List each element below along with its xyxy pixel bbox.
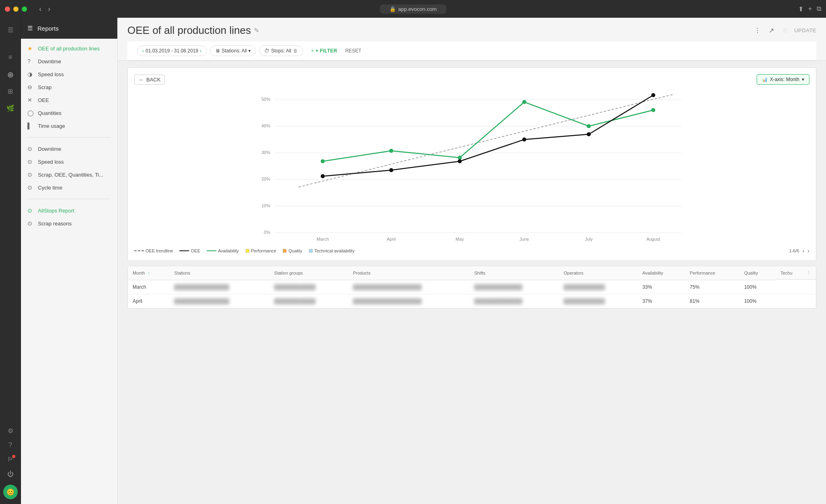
cylinder-icon-3: ⊙ — [27, 171, 34, 178]
smiley-icon[interactable]: 😊 — [3, 485, 18, 499]
legend-availability: Availability — [207, 248, 239, 253]
sidebar-item-speedloss1[interactable]: ◑ Speed loss — [21, 68, 117, 81]
sidebar-item-allstops[interactable]: ⊙ AllStops Report — [21, 204, 117, 217]
sidebar-divider-1 — [27, 137, 111, 137]
stops-filter[interactable]: ⏱ Stops: All 🗑 — [259, 46, 303, 56]
legend-oee: OEE — [179, 248, 200, 253]
col-availability: Availability — [638, 266, 685, 280]
stations-filter[interactable]: 🖥 Stations: All ▾ — [210, 46, 256, 56]
nav-forward-btn[interactable]: › — [46, 4, 53, 14]
flag-icon[interactable]: 🏳 — [3, 452, 18, 467]
sidebar-item-oee[interactable]: ✕ OEE — [21, 94, 117, 106]
sidebar-item-timeusage[interactable]: ▌ Time usage — [21, 119, 117, 132]
sidebar-item-speedloss2[interactable]: ⊙ Speed loss — [21, 155, 117, 168]
chart-area: 50% 40% 30% 20% 10% 0% March April — [134, 90, 809, 244]
svg-text:40%: 40% — [261, 123, 270, 128]
cell-availability-march: 33% — [638, 280, 685, 294]
cell-products-april: ████████████████████ — [348, 294, 470, 308]
chart-legend: OEE trendline OEE Availability Performan… — [134, 248, 809, 254]
legend-performance: Performance — [246, 248, 277, 253]
cell-operators-march: ████████████ — [559, 280, 637, 294]
power-icon[interactable]: ⏻ — [3, 467, 18, 481]
share-page-icon[interactable]: ↗ — [767, 25, 776, 36]
col-stations: Stations — [169, 266, 269, 280]
col-month[interactable]: Month ↑ — [128, 266, 169, 280]
trash-icon[interactable]: 🗑 — [293, 48, 298, 54]
xaxis-icon: 📊 — [762, 77, 768, 82]
help-icon[interactable]: ? — [3, 438, 18, 452]
sidebar-item-cycletime[interactable]: ⊙ Cycle time — [21, 181, 117, 194]
cylinder-icon-4: ⊙ — [27, 184, 34, 191]
svg-point-22 — [522, 100, 526, 104]
svg-text:20%: 20% — [261, 177, 270, 181]
page-title-actions: ⋮ ↗ ☆ UPDATE — [753, 25, 816, 36]
menu-icon[interactable]: ☰ — [3, 23, 18, 37]
cell-products-march: ████████████████████ — [348, 280, 470, 294]
back-arrow-icon: ← — [139, 77, 144, 83]
sidebar-item-downtime1[interactable]: ? Downtime — [21, 55, 117, 68]
date-range-filter[interactable]: ‹ 01.03.2019 - 31.08.2019 › — [137, 46, 207, 56]
add-filter-button[interactable]: + + FILTER — [306, 46, 342, 56]
back-button[interactable]: ← BACK — [134, 75, 165, 85]
cell-shifts-march: ██████████████ — [470, 280, 559, 294]
mac-maximize-btn[interactable] — [22, 6, 27, 12]
grid-icon[interactable]: ⊞ — [3, 84, 18, 98]
half-circle-icon: ◑ — [27, 71, 34, 77]
prev-date-icon[interactable]: ‹ — [142, 48, 144, 54]
settings-icon[interactable]: ⚙ — [3, 423, 18, 438]
mac-titlebar: ‹ › 🔒 app.evocon.com ⬆ + ⧉ — [0, 0, 826, 18]
update-button[interactable]: UPDATE — [794, 27, 816, 33]
sidebar-item-scrap-oee[interactable]: ⊙ Scrap, OEE, Quantities, Ti... — [21, 168, 117, 181]
sidebar-item-scrapreasons[interactable]: ⊙ Scrap reasons — [21, 217, 117, 230]
legend-dashed-line — [134, 250, 144, 251]
chart-toolbar: ← BACK 📊 X-axis: Month ▾ — [134, 74, 809, 85]
question-circle-icon: ? — [27, 58, 34, 65]
mac-minimize-btn[interactable] — [13, 6, 19, 12]
target-icon[interactable]: ◎ — [3, 67, 18, 81]
pagination-controls: 1-6/6 ‹ › — [789, 248, 809, 254]
favorite-icon[interactable]: ☆ — [780, 25, 789, 36]
list-icon[interactable]: ≡ — [3, 50, 18, 65]
sort-icon: ↑ — [148, 271, 150, 275]
address-bar[interactable]: 🔒 app.evocon.com — [380, 4, 446, 14]
sidebar-item-downtime2[interactable]: ⊙ Downtime — [21, 142, 117, 155]
nav-back-btn[interactable]: ‹ — [37, 4, 44, 14]
pagination-next-icon[interactable]: › — [807, 248, 809, 254]
xaxis-selector[interactable]: 📊 X-axis: Month ▾ — [757, 74, 809, 85]
share-icon[interactable]: ⬆ — [798, 5, 803, 13]
sidebar-item-scrap[interactable]: ⊖ Scrap — [21, 81, 117, 94]
legend-blue-dot — [309, 249, 313, 253]
col-products: Products — [348, 266, 470, 280]
reports-header: ☰ Reports — [21, 18, 117, 39]
leaf-icon[interactable]: 🌿 — [3, 101, 18, 115]
hamburger-icon[interactable]: ☰ — [27, 25, 33, 32]
sidebar-item-quantities[interactable]: ◯ Quantities — [21, 106, 117, 119]
tabs-icon[interactable]: ⧉ — [817, 5, 821, 13]
mac-close-btn[interactable] — [5, 6, 10, 12]
edit-icon[interactable]: ✎ — [254, 27, 259, 34]
add-tab-icon[interactable]: + — [808, 5, 812, 13]
cell-stationgroups-april: ████████████ — [269, 294, 348, 308]
svg-point-20 — [389, 149, 393, 153]
data-table: Month ↑ Stations Station groups Products… — [128, 266, 816, 308]
svg-point-25 — [321, 174, 325, 178]
cell-stations-march: ████████████████ — [169, 280, 269, 294]
svg-point-29 — [587, 132, 591, 136]
pagination-prev-icon[interactable]: ‹ — [803, 248, 805, 254]
legend-quality: Quality — [283, 248, 302, 253]
main-header: OEE of all production lines ✎ ⋮ ↗ ☆ UPDA… — [118, 18, 826, 61]
reset-button[interactable]: RESET — [345, 48, 361, 54]
svg-text:August: August — [646, 237, 660, 242]
svg-point-19 — [321, 159, 325, 163]
more-options-icon[interactable]: ⋮ — [753, 25, 762, 36]
lock-icon: 🔒 — [389, 6, 396, 12]
legend-tech-availability: Technical availability — [309, 248, 355, 253]
sidebar-item-oee-all[interactable]: ★ OEE of all production lines — [21, 42, 117, 55]
cell-stations-april: ████████████████ — [169, 294, 269, 308]
svg-point-30 — [651, 93, 655, 97]
svg-text:July: July — [585, 237, 593, 242]
col-performance: Performance — [685, 266, 739, 280]
col-options-icon[interactable]: ⋮ — [807, 270, 811, 275]
monitor-icon: 🖥 — [215, 48, 220, 54]
next-date-icon[interactable]: › — [200, 48, 202, 54]
